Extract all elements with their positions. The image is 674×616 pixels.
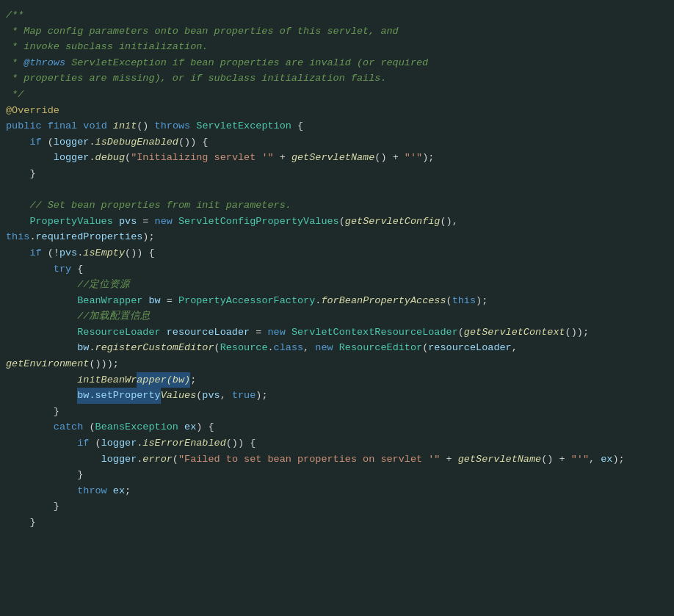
code-line-33: } xyxy=(0,515,674,531)
indent xyxy=(6,372,77,388)
indent xyxy=(6,467,77,483)
keyword-public: public xyxy=(6,118,42,134)
plain-brace: { xyxy=(291,118,303,134)
code-line-26: } xyxy=(0,404,674,420)
string-failed: "Failed to set bean properties on servle… xyxy=(178,452,440,468)
code-line-17: try { xyxy=(0,261,674,278)
plain-dot: . xyxy=(89,340,95,356)
plain-dot: . xyxy=(89,134,95,151)
plain: ; xyxy=(190,372,196,388)
plain: , xyxy=(220,388,232,404)
plain: ( xyxy=(446,293,452,309)
code-line-25: bw.setPropertyValues ( pvs , true ); xyxy=(0,388,674,404)
plain: () + xyxy=(541,452,571,468)
code-line-4: * @throws ServletException if bean prope… xyxy=(0,55,674,71)
keyword-catch: catch xyxy=(54,419,84,435)
code-line-5: * properties are missing), or if subclas… xyxy=(0,70,674,87)
plain-paren2: ( xyxy=(125,150,131,166)
plain-space xyxy=(178,419,184,435)
method-forBeanPropertyAccess: forBeanPropertyAccess xyxy=(321,293,446,309)
plain-dot: . xyxy=(137,435,142,452)
method-getServletConfig: getServletConfig xyxy=(345,214,441,230)
method-isDebugEnabled: isDebugEnabled xyxy=(95,134,178,151)
plain: ( xyxy=(89,435,101,452)
code-line-3: * invoke subclass initialization. xyxy=(0,39,674,55)
empty xyxy=(6,182,12,198)
comment-text: * xyxy=(6,55,23,71)
indent xyxy=(6,198,29,214)
plain-brace: } xyxy=(54,404,59,420)
class-resource-editor: ResourceEditor xyxy=(339,340,422,356)
comment-set-bean: // Set bean properties from init paramet… xyxy=(29,198,291,214)
class-servlet-context-rl: ServletContextResourceLoader xyxy=(291,325,458,341)
indent xyxy=(6,134,29,151)
code-line-23: getEnvironment ())); xyxy=(0,356,674,372)
indent xyxy=(6,277,77,293)
indent xyxy=(6,340,77,356)
comment-text: */ xyxy=(6,87,23,103)
indent xyxy=(6,293,77,309)
var-bw: bw xyxy=(148,293,160,309)
var-logger2: logger xyxy=(54,150,90,166)
keyword-if3: if xyxy=(77,435,89,452)
var-ex3: ex xyxy=(113,483,125,499)
code-line-19: BeanWrapper bw = PropertyAccessorFactory… xyxy=(0,293,674,309)
plain: () + xyxy=(374,150,405,166)
class-resource-loader: ResourceLoader xyxy=(77,325,160,341)
keyword-if2: if xyxy=(29,245,41,261)
plain: ())); xyxy=(89,356,119,372)
plain-dot: . xyxy=(77,245,83,261)
class-property-values: PropertyValues xyxy=(29,214,112,230)
string-quote: "'" xyxy=(405,150,422,166)
plain-brace: } xyxy=(29,515,35,531)
code-line-22: bw . registerCustomEditor ( Resource . c… xyxy=(0,340,674,356)
method-initBeanWrapper-hl: apper(bw) xyxy=(137,372,190,388)
plain: ( xyxy=(196,388,202,404)
code-line-29: logger . error ( "Failed to set bean pro… xyxy=(0,452,674,468)
class-resource: Resource xyxy=(220,340,268,356)
plain-plus: + xyxy=(274,150,291,166)
keyword-throw: throw xyxy=(77,483,107,499)
code-line-27: catch ( BeansException ex ) { xyxy=(0,419,674,435)
code-line-32: } xyxy=(0,499,674,515)
code-editor: /** * Map config parameters onto bean pr… xyxy=(0,0,674,616)
var-pvs: pvs xyxy=(119,214,137,230)
code-line-24: initBeanWrapper(bw); xyxy=(0,372,674,388)
method-getEnvironment: getEnvironment xyxy=(6,356,89,372)
plain-space xyxy=(333,340,339,356)
code-line-14: PropertyValues pvs = new ServletConfigPr… xyxy=(0,214,674,230)
indent xyxy=(6,499,54,515)
plain: ); xyxy=(142,229,154,245)
code-line-15: this . requiredProperties ); xyxy=(0,229,674,245)
plain-dot: . xyxy=(315,293,321,309)
code-line-6: */ xyxy=(0,87,674,103)
keyword-if: if xyxy=(29,134,41,151)
keyword-void: void xyxy=(83,118,106,134)
plain-plus: + xyxy=(440,452,457,468)
plain: ( xyxy=(339,214,345,230)
plain-space xyxy=(173,214,178,230)
plain-space xyxy=(42,118,48,134)
code-line-7: @Override xyxy=(0,103,674,119)
comment-text: * properties are missing), or if subclas… xyxy=(6,70,386,87)
plain-brace: } xyxy=(77,467,83,483)
var-logger3: logger xyxy=(101,435,137,452)
plain: , xyxy=(303,340,315,356)
method-getServletName2: getServletName xyxy=(458,452,541,468)
plain-space xyxy=(142,293,148,309)
plain: = xyxy=(250,325,267,341)
plain-paren: () xyxy=(137,118,154,134)
code-line-30: } xyxy=(0,467,674,483)
plain-brace: } xyxy=(54,499,59,515)
code-line-31: throw ex ; xyxy=(0,483,674,499)
indent xyxy=(6,214,29,230)
class-property-accessor: PropertyAccessorFactory xyxy=(178,293,315,309)
code-line-18: //定位资源 xyxy=(0,277,674,293)
var-pvs3: pvs xyxy=(202,388,220,404)
code-line-1: /** xyxy=(0,7,674,23)
method-debug: debug xyxy=(95,150,126,166)
plain: ( xyxy=(42,134,54,151)
code-line-20: //加载配置信息 xyxy=(0,308,674,325)
plain: , xyxy=(512,340,518,356)
comment-text: * invoke subclass initialization. xyxy=(6,39,208,55)
